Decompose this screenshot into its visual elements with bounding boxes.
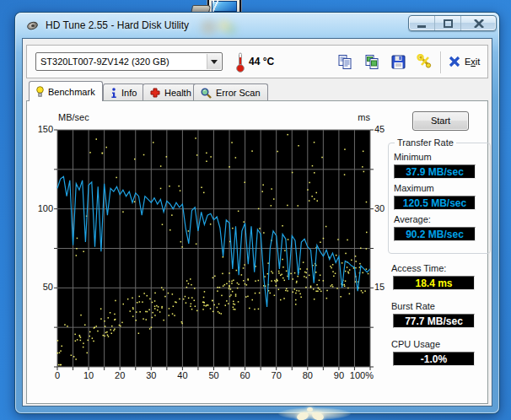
maximize-button[interactable] [435,16,461,30]
minimum-value: 37.9 MB/sec [394,164,476,179]
hdtune-app-icon[interactable] [26,19,40,32]
close-icon [474,19,484,28]
thermometer-icon [235,51,245,73]
axis-tick-label: 70 [272,370,282,381]
axis-tick-label: 30 [146,370,156,381]
window-controls [408,15,497,31]
tab-error-scan[interactable]: Error Scan [193,83,268,101]
maximum-label: Maximum [394,183,434,193]
transfer-rate-title: Transfer Rate [395,137,456,148]
transfer-rate-groupbox: Transfer Rate Minimum 37.9 MB/sec Maximu… [388,143,491,254]
minimize-icon [417,19,427,28]
info-icon [110,88,117,99]
exit-button[interactable]: Exit [465,57,480,67]
options-wrench-icon[interactable] [417,54,433,70]
drive-select-value: ST320LT007-9ZV142 (320 GB) [36,57,207,67]
exit-icon[interactable] [449,56,460,67]
axis-tick-label: 0 [55,370,60,381]
hdtune-window: HD Tune 2.55 - Hard Disk Utility ST320LT… [15,13,499,413]
copy-text-icon[interactable] [337,54,353,70]
wallpaper-petal [307,407,313,412]
cpu-usage-value: -1.0% [393,352,475,366]
client-area: ST320LT007-9ZV142 (320 GB) 44 °C [22,38,492,407]
titlebar[interactable]: HD Tune 2.55 - Hard Disk Utility [15,13,499,38]
access-time-label: Access Time: [391,263,446,273]
benchmark-bulb-icon [36,86,44,98]
tab-health[interactable]: Health [143,83,199,101]
device-toolbar-panel: ST320LT007-9ZV142 (320 GB) 44 °C [26,45,488,78]
tab-error-scan-label: Error Scan [216,88,261,98]
toolbar-separator [440,51,441,73]
tab-info[interactable]: Info [103,83,144,101]
axis-tick-label: 40 [177,370,187,381]
axis-tick-label: 50 [208,370,218,381]
burst-rate-value: 77.7 MB/sec [393,314,475,328]
health-cross-icon [150,88,160,98]
maximize-icon [444,19,453,28]
burst-rate-label: Burst Rate [391,301,435,311]
cpu-usage-label: CPU Usage [391,339,440,349]
start-button[interactable]: Start [412,111,469,131]
axis-tick-label: 10 [83,370,94,381]
temperature-value: 44 °C [249,56,274,67]
axis-tick-label: 90 [334,370,344,381]
monitor-shine [212,0,221,12]
average-label: Average: [394,214,431,224]
minimum-label: Minimum [394,152,432,162]
window-title: HD Tune 2.55 - Hard Disk Utility [46,19,189,31]
average-value: 90.2 MB/sec [394,227,476,241]
drive-select-combobox[interactable]: ST320LT007-9ZV142 (320 GB) [35,52,223,71]
axis-tick-label: 50 [27,282,53,293]
glass-transparency-smudge [194,18,243,35]
axis-tick-label: 60 [239,370,250,381]
error-scan-magnifier-icon [201,88,212,99]
axis-tick-label: 80 [303,370,313,381]
tab-benchmark[interactable]: Benchmark [29,81,103,101]
access-time-value: 18.4 ms [393,276,475,290]
benchmark-tab-page: MB/sec ms 150100504530150102030405060708… [26,100,488,404]
benchmark-chart [57,130,370,367]
axis-tick-label: 20 [115,370,125,381]
maximum-value: 120.5 MB/sec [394,196,476,210]
left-axis-unit-label: MB/sec [58,112,89,122]
axis-tick-label: 150 [27,124,53,135]
tab-info-label: Info [121,88,137,98]
axis-tick-label: 100% [350,370,374,381]
axis-tick-label: 45 [374,124,396,135]
tab-health-label: Health [164,88,191,98]
axis-tick-label: 100 [27,203,53,214]
right-axis-unit-label: ms [354,112,370,122]
copy-screenshot-icon[interactable] [364,54,380,70]
minimize-button[interactable] [409,16,435,30]
save-icon[interactable] [390,54,406,70]
chevron-down-icon[interactable] [207,54,221,69]
tab-benchmark-label: Benchmark [48,87,95,97]
close-button[interactable] [461,16,496,30]
